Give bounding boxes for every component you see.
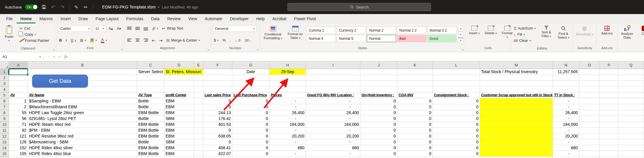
cell-O3[interactable] bbox=[579, 81, 600, 87]
cell-O14[interactable] bbox=[579, 145, 600, 151]
cell-N1[interactable]: 11,257,505 bbox=[553, 69, 579, 75]
get-data-button[interactable]: Get Data bbox=[32, 75, 88, 87]
cell-G10[interactable]: 0 bbox=[232, 122, 270, 128]
menu-tab[interactable]: Help bbox=[252, 14, 268, 23]
cell-F8[interactable]: 244.13 bbox=[203, 110, 232, 116]
cell-N14[interactable]: 880 bbox=[553, 145, 579, 151]
col-header-N[interactable]: N bbox=[553, 61, 579, 69]
gallery-more-button[interactable]: ▾ bbox=[458, 38, 463, 43]
cell-Q1[interactable] bbox=[618, 69, 644, 75]
cell-M15[interactable] bbox=[480, 151, 553, 157]
cell-P1[interactable] bbox=[600, 69, 618, 75]
cell-G13[interactable]: 0 bbox=[232, 139, 270, 145]
paste-button[interactable]: Paste▾ bbox=[2, 25, 16, 44]
redo-icon[interactable]: ↷ bbox=[59, 4, 66, 10]
enter-entry-icon[interactable]: ✓ bbox=[58, 54, 62, 59]
cell-I2[interactable] bbox=[306, 75, 360, 81]
number-format-select[interactable]: General▾ bbox=[213, 25, 257, 32]
cell-J2[interactable] bbox=[360, 75, 397, 81]
cell-O15[interactable] bbox=[579, 151, 600, 157]
cell-O1[interactable] bbox=[579, 69, 600, 75]
cell-G12[interactable]: 0 bbox=[232, 133, 270, 139]
menu-tab[interactable]: Macros bbox=[35, 14, 57, 23]
cell-style-option[interactable]: Normal 3 2 bbox=[427, 27, 456, 34]
cell-style-option[interactable]: Normal 4 bbox=[306, 35, 336, 42]
cell-L14[interactable]: 0 bbox=[433, 145, 480, 151]
col-header-J[interactable]: J bbox=[360, 61, 397, 69]
cell-N15[interactable]: - bbox=[553, 151, 579, 157]
clear-button[interactable]: Clear▾ bbox=[513, 38, 537, 44]
col-header-E[interactable]: E bbox=[194, 61, 203, 69]
gallery-down-button[interactable]: ▾ bbox=[458, 32, 463, 37]
cell-B1[interactable] bbox=[28, 69, 137, 75]
row-header-3[interactable]: 3 bbox=[0, 81, 9, 87]
cell-J3[interactable] bbox=[360, 81, 397, 87]
col-header-L[interactable]: L bbox=[433, 61, 480, 69]
cell-A4[interactable] bbox=[9, 87, 28, 92]
align-top-button[interactable] bbox=[126, 25, 133, 32]
cell-B14[interactable]: HDPE Ridex 48oz silver bbox=[28, 145, 137, 151]
cell-L4[interactable] bbox=[433, 87, 480, 92]
cell-O12[interactable] bbox=[579, 133, 600, 139]
cell-F12[interactable]: 638.05 bbox=[203, 133, 232, 139]
cell-L7[interactable]: 0 bbox=[433, 104, 480, 110]
row-header-9[interactable]: 9 bbox=[0, 116, 9, 122]
cell-E2[interactable] bbox=[194, 75, 203, 81]
cell-L6[interactable]: 0 bbox=[433, 98, 480, 104]
cell-E15[interactable] bbox=[194, 151, 203, 157]
cell-E5[interactable] bbox=[194, 92, 203, 98]
cell-E3[interactable] bbox=[194, 81, 203, 87]
cell-D12[interactable]: EBM bbox=[164, 133, 194, 139]
cell-M14[interactable] bbox=[480, 145, 553, 151]
cell-G14[interactable]: 0 bbox=[232, 145, 270, 151]
align-middle-button[interactable] bbox=[134, 25, 141, 32]
cell-Q15[interactable] bbox=[618, 151, 644, 157]
cell-I16[interactable] bbox=[306, 157, 360, 158]
fill-color-button[interactable]: ▨▾ bbox=[89, 37, 98, 44]
cell-F9[interactable]: 176.42 bbox=[203, 116, 232, 122]
cell-B8[interactable]: HDPE Law Toggle 28oz green bbox=[28, 110, 137, 116]
highlighter-icon[interactable]: ✏ bbox=[83, 4, 89, 10]
wrap-text-button[interactable]: ↵Wrap Text bbox=[161, 25, 185, 32]
cell-A5[interactable]: AV bbox=[9, 92, 28, 98]
cell-L13[interactable]: 0 bbox=[433, 139, 480, 145]
cell-D7[interactable]: EBM bbox=[164, 104, 194, 110]
cell-G15[interactable]: 0 bbox=[232, 151, 270, 157]
cell-P12[interactable] bbox=[600, 133, 618, 139]
accounting-format-button[interactable]: $▾ bbox=[213, 37, 220, 44]
cell-J9[interactable]: 0 bbox=[360, 116, 397, 122]
font-name-select[interactable]: Calibri▾ bbox=[58, 25, 92, 32]
row-header-4[interactable]: 4 bbox=[0, 87, 9, 92]
cell-Q5[interactable] bbox=[618, 92, 644, 98]
cell-I12[interactable]: 20,200 bbox=[306, 133, 360, 139]
format-painter-button[interactable]: Format Painter bbox=[18, 38, 50, 44]
cell-N4[interactable] bbox=[553, 87, 579, 92]
cell-P6[interactable] bbox=[600, 98, 618, 104]
sensitivity-button[interactable]: Sensitivity ▾ bbox=[575, 25, 594, 44]
cell-G4[interactable] bbox=[232, 87, 270, 92]
menu-tab[interactable]: Home bbox=[17, 14, 36, 23]
cell-G3[interactable] bbox=[232, 81, 270, 87]
cell-I13[interactable]: - bbox=[306, 139, 360, 145]
col-header-I[interactable]: I bbox=[306, 61, 360, 69]
italic-button[interactable]: I bbox=[64, 37, 68, 44]
cell-O2[interactable] bbox=[579, 75, 600, 81]
cell-C4[interactable] bbox=[137, 87, 164, 92]
formula-input[interactable] bbox=[71, 52, 644, 61]
cell-Q6[interactable] bbox=[618, 98, 644, 104]
cell-O10[interactable] bbox=[579, 122, 600, 128]
cell-E10[interactable] bbox=[194, 122, 203, 128]
cell-B4[interactable] bbox=[28, 87, 137, 92]
insert-function-icon[interactable]: fx bbox=[64, 54, 68, 59]
increase-indent-button[interactable]: ⇥ bbox=[158, 37, 164, 44]
row-header-13[interactable]: 13 bbox=[0, 139, 9, 145]
cell-J1[interactable] bbox=[360, 69, 397, 75]
cell-K4[interactable] bbox=[397, 87, 433, 92]
cell-N16[interactable] bbox=[553, 157, 579, 158]
cell-O11[interactable] bbox=[579, 128, 600, 133]
cell-P10[interactable] bbox=[600, 122, 618, 128]
cell-F4[interactable] bbox=[203, 87, 232, 92]
cell-D15[interactable]: EBM bbox=[164, 151, 194, 157]
cell-Q11[interactable] bbox=[618, 128, 644, 133]
cell-P15[interactable] bbox=[600, 151, 618, 157]
